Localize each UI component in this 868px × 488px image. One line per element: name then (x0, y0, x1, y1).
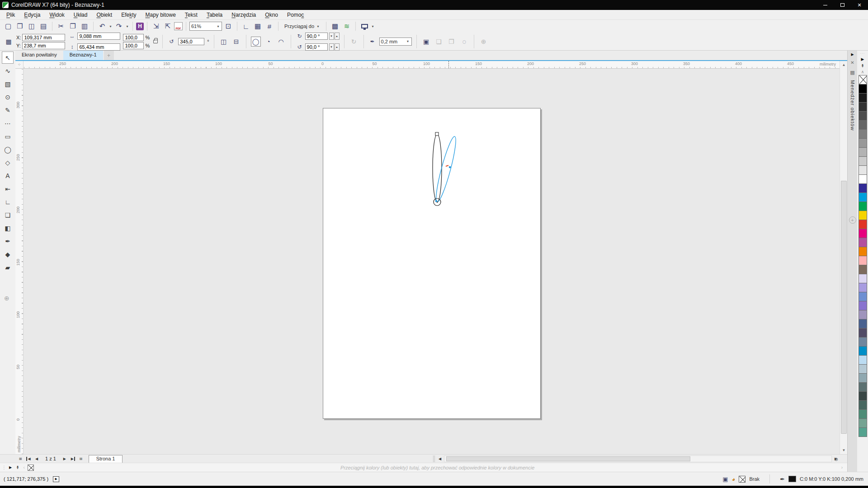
palette-color-swatch[interactable] (859, 211, 867, 220)
export-icon[interactable]: ⇱ (162, 21, 173, 32)
palette-color-swatch[interactable] (859, 265, 867, 274)
menu-item[interactable]: Obiekt (92, 10, 117, 19)
palette-color-swatch[interactable] (859, 156, 867, 166)
application-launcher-caret[interactable]: ▾ (371, 24, 375, 28)
no-color-swatch[interactable] (859, 75, 867, 84)
fullscreen-preview-icon[interactable]: ⊡ (223, 21, 234, 32)
palette-color-swatch[interactable] (859, 147, 867, 157)
cut-icon[interactable]: ✂ (56, 21, 66, 32)
corel-connect-icon[interactable]: H (136, 23, 144, 30)
ruler-origin-corner[interactable]: ⁘ (15, 61, 24, 69)
end-angle-spin-up[interactable]: ▲ (335, 43, 340, 51)
palette-color-swatch[interactable] (859, 319, 867, 328)
scale-y-input[interactable] (123, 42, 144, 49)
menu-item[interactable]: Widok (45, 10, 69, 19)
undo-dropdown-caret[interactable]: ▾ (108, 24, 113, 28)
document-palette-flyout-icon[interactable]: ▶ (9, 465, 12, 469)
snap-to-dropdown[interactable]: Przyciągaj do ▾ (282, 23, 323, 30)
connector-tool[interactable]: ∟ (2, 196, 14, 208)
palette-color-swatch[interactable] (859, 202, 867, 211)
to-front-icon[interactable]: ❏ (434, 37, 444, 47)
color-eyedropper-tool[interactable]: ✒ (2, 235, 14, 247)
scroll-up-button[interactable]: ▲ (840, 61, 848, 69)
menu-item[interactable]: Efekty (117, 10, 141, 19)
copy-icon[interactable]: ❐ (67, 21, 78, 32)
palette-color-swatch[interactable] (859, 183, 867, 193)
add-page-end-button[interactable]: ⊞ (77, 455, 85, 463)
show-guidelines-icon[interactable]: # (264, 21, 275, 32)
menu-item[interactable]: Tekst (180, 10, 202, 19)
arc-mode-button[interactable]: ◠ (276, 37, 286, 47)
palette-color-swatch[interactable] (859, 373, 867, 383)
page-tab-strona-1[interactable]: Strona 1 (89, 455, 123, 463)
convert-to-curves-icon[interactable]: ◌ (459, 37, 469, 47)
menu-item[interactable]: Układ (69, 10, 92, 19)
save-icon[interactable]: ◫ (26, 21, 37, 32)
palette-color-swatch[interactable] (859, 165, 867, 175)
to-back-icon[interactable]: ❐ (447, 37, 457, 47)
menu-item[interactable]: Edycja (19, 10, 45, 19)
import-icon[interactable]: ⇲ (151, 21, 161, 32)
palette-color-swatch[interactable] (859, 283, 867, 292)
pan-zoom-corner-icon[interactable]: ⊙ (832, 455, 840, 463)
horizontal-ruler[interactable]: 2502001501005005010015020025030035040045… (24, 61, 840, 69)
proof-colors-icon[interactable]: ▣ (722, 476, 728, 483)
outline-width-combo[interactable]: 0,2 mm ▾ (379, 38, 412, 46)
palette-color-swatch[interactable] (859, 346, 867, 356)
launcher-icon[interactable]: ≋ (341, 21, 352, 32)
document-palette-grip[interactable]: ⋮ (2, 465, 6, 470)
palette-color-swatch[interactable] (859, 129, 867, 139)
palette-flyout-icon[interactable]: ▶ (861, 57, 864, 61)
next-page-button[interactable]: ▶ (61, 455, 69, 463)
menu-item[interactable]: Plik (2, 10, 19, 19)
horizontal-scroll-thumb[interactable] (446, 456, 690, 461)
palette-scroll-up-icon[interactable]: ∧ (861, 70, 864, 74)
menu-item[interactable]: Narzędzia (227, 10, 260, 19)
coordinates-flyout-button[interactable]: ▶ (53, 476, 59, 482)
dimension-tool[interactable]: ⇤ (2, 183, 14, 195)
palette-color-swatch[interactable] (859, 247, 867, 256)
quick-customize-icon[interactable]: ⊕ (479, 37, 489, 47)
shape-tool[interactable]: ∿ (2, 65, 14, 77)
horizontal-scrollbar[interactable]: ◀ ▶ ⊙ (433, 455, 840, 463)
end-angle-spin-down[interactable]: ▼ (329, 43, 334, 51)
rotation-angle-input[interactable] (178, 38, 204, 45)
scrollbar-splitter[interactable] (433, 455, 435, 462)
palette-color-swatch[interactable] (859, 192, 867, 202)
object-origin-icon[interactable]: ▩ (4, 37, 14, 47)
start-angle-spin-down[interactable]: ▼ (329, 33, 334, 40)
palette-color-swatch[interactable] (859, 274, 867, 283)
palette-color-swatch[interactable] (859, 256, 867, 265)
interactive-fill-tool[interactable]: ◆ (2, 248, 14, 260)
previous-page-button[interactable]: ◀ (33, 455, 41, 463)
palette-color-swatch[interactable] (859, 337, 867, 347)
undo-icon[interactable]: ↶ (97, 21, 108, 32)
docker-close-icon[interactable]: ✕ (850, 60, 854, 65)
outline-pen-status-icon[interactable]: ✒ (780, 476, 785, 483)
document-palette-eyedropper-icon[interactable]: ✒ (14, 465, 20, 469)
publish-pdf-icon[interactable]: PDF (174, 22, 183, 30)
document-palette-no-color-swatch[interactable] (28, 465, 34, 471)
palette-color-swatch[interactable] (859, 111, 867, 121)
rectangle-tool[interactable]: ▭ (2, 130, 14, 142)
transparency-tool[interactable]: ◧ (2, 222, 14, 234)
mirror-horizontal-icon[interactable]: ◫ (219, 37, 229, 47)
zoom-tool[interactable]: ⊙ (2, 91, 14, 103)
vertical-ruler[interactable]: 300250200150100500 milimetry (15, 69, 24, 454)
palette-color-swatch[interactable] (859, 301, 867, 310)
outline-width-caret[interactable]: ▾ (406, 39, 410, 43)
end-angle-input[interactable] (305, 43, 328, 51)
fill-color-icon[interactable]: ◕ (732, 476, 736, 483)
palette-color-swatch[interactable] (859, 355, 867, 365)
scale-x-input[interactable] (123, 34, 144, 41)
palette-color-swatch[interactable] (859, 391, 867, 401)
pick-tool[interactable]: ↖ (2, 52, 14, 64)
open-icon[interactable]: ❒ (14, 21, 25, 32)
pie-mode-button[interactable]: ◔ (264, 37, 274, 47)
polygon-tool[interactable]: ◇ (2, 156, 14, 169)
docker-add-button[interactable]: + (849, 216, 856, 224)
zoom-level-combo[interactable]: 61% ▾ (189, 22, 222, 31)
palette-color-swatch[interactable] (859, 427, 867, 437)
docker-tab-object-manager[interactable]: Menedżer obiektów (850, 80, 855, 131)
lock-ratio-icon[interactable] (153, 40, 158, 43)
